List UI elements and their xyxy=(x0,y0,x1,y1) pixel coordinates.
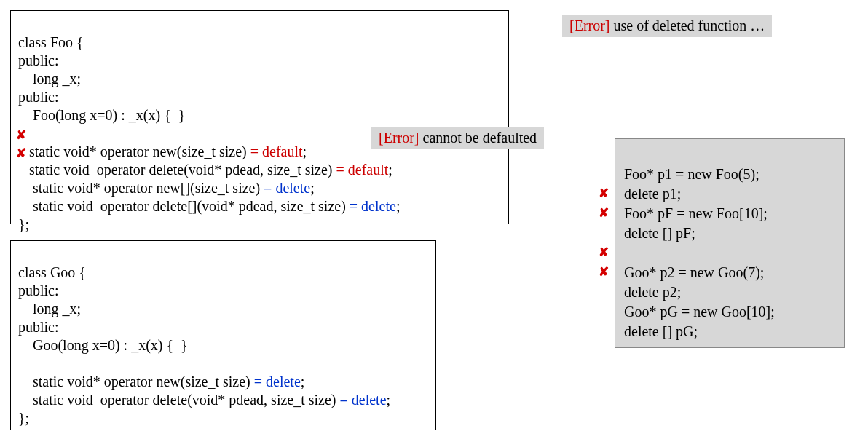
code-line: ; xyxy=(310,180,315,196)
code-line: }; xyxy=(18,216,29,232)
error-box-cannot-default: [Error] cannot be defaulted xyxy=(371,127,544,149)
error-mark-icon: ✘ xyxy=(599,245,609,260)
error-mark-icon: ✘ xyxy=(16,127,26,143)
code-line: ; xyxy=(396,198,401,214)
code-line: Foo* p1 = new Foo(5); xyxy=(624,166,760,182)
code-line: delete p2; xyxy=(624,284,681,300)
code-line: Goo* p2 = new Goo(7); xyxy=(624,264,764,280)
code-keyword-default: = default xyxy=(247,143,303,159)
code-line: public: xyxy=(18,319,59,335)
code-line: Goo(long x=0) : _x(x) { } xyxy=(18,337,188,353)
goo-class-code: class Goo { public: long _x; public: Goo… xyxy=(10,240,436,430)
code-line: class Goo { xyxy=(18,264,86,280)
code-line: static void operator delete(void* pdead,… xyxy=(18,162,333,178)
error-text: use of deleted function … xyxy=(610,17,765,33)
code-line: public: xyxy=(18,89,59,105)
code-line: Foo(long x=0) : _x(x) { } xyxy=(18,107,185,123)
code-line: static void operator delete[](void* pdea… xyxy=(18,198,346,214)
code-line: ; xyxy=(388,162,392,178)
code-line: long _x; xyxy=(18,301,81,317)
code-line: long _x; xyxy=(18,71,81,87)
code-keyword-delete: = delete xyxy=(250,373,301,389)
error-mark-icon: ✘ xyxy=(599,186,609,201)
code-line: delete p1; xyxy=(624,186,681,202)
error-mark-icon: ✘ xyxy=(599,264,609,280)
code-line: static void* operator new[](size_t size) xyxy=(18,180,260,196)
error-mark-icon: ✘ xyxy=(599,205,609,221)
code-line: ; xyxy=(387,392,391,408)
code-keyword-delete: = delete xyxy=(346,198,396,214)
code-line: Goo* pG = new Goo[10]; xyxy=(624,304,775,320)
code-line: }; xyxy=(18,410,29,426)
code-line: static void* operator new(size_t size) xyxy=(18,373,250,389)
error-mark-icon: ✘ xyxy=(16,146,26,161)
code-keyword-delete: = delete xyxy=(336,392,387,408)
error-box-deleted-function: [Error] use of deleted function … xyxy=(562,15,772,37)
code-line: delete [] pG; xyxy=(624,323,698,339)
code-line: static void* operator new(size_t size) xyxy=(18,143,247,159)
error-label: [Error] xyxy=(569,17,610,33)
code-line: ; xyxy=(301,373,305,389)
code-line: ; xyxy=(303,143,307,159)
code-line: static void operator delete(void* pdead,… xyxy=(18,392,336,408)
error-label: [Error] xyxy=(379,130,419,146)
error-text: cannot be defaulted xyxy=(419,130,537,146)
foo-class-code: class Foo { public: long _x; public: Foo… xyxy=(10,10,509,224)
code-keyword-default: = default xyxy=(333,162,389,178)
code-line: Foo* pF = new Foo[10]; xyxy=(624,205,768,221)
code-line: delete [] pF; xyxy=(624,225,695,241)
usage-code-box: Foo* p1 = new Foo(5); delete p1; Foo* pF… xyxy=(615,138,845,348)
code-keyword-delete: = delete xyxy=(260,180,310,196)
code-line: public: xyxy=(18,282,59,298)
code-line: public: xyxy=(18,52,59,68)
code-line: class Foo { xyxy=(18,34,84,50)
